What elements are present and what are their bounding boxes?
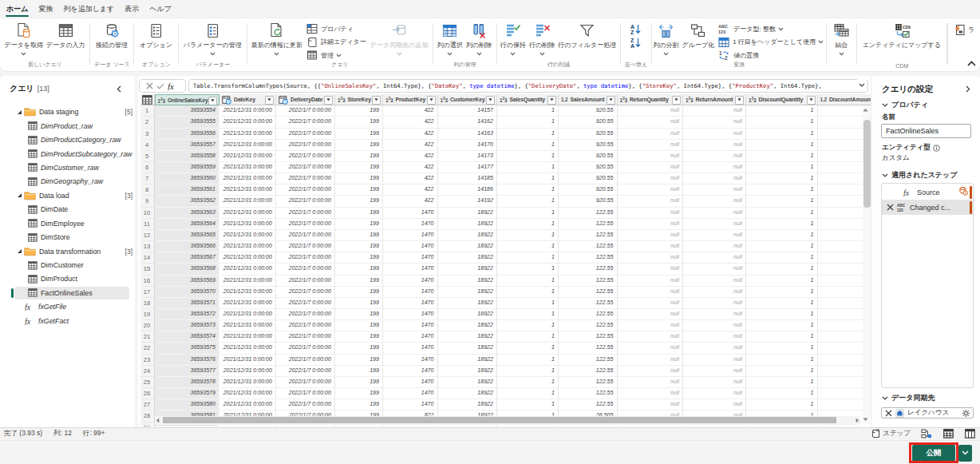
query-item-DimProduct[interactable]: DimProduct [0,272,135,286]
ribbon-button-filter-rows[interactable]: 行のフィルター処理 [556,21,618,50]
schema-view-button[interactable] [964,428,975,439]
column-header-DateKey[interactable]: DateKey [219,94,276,105]
tree-expand-icon[interactable] [17,192,22,198]
query-item-fxGetFact[interactable]: fxfxGetFact [0,314,135,327]
filter-button[interactable] [807,96,816,105]
query-item-DimCustomer[interactable]: DimCustomer [0,258,135,272]
query-item-DimProductCategory_raw[interactable]: DimProductCategory_raw [0,133,135,146]
menu-tab-1[interactable]: 変換 [38,0,53,18]
filter-button[interactable] [265,96,274,105]
filter-button[interactable] [547,96,556,105]
ribbon-button-sort-az[interactable]: AZ [630,24,642,34]
ribbon-button-enter-data[interactable]: データの入力 [45,21,87,50]
filter-button[interactable] [372,96,381,105]
filter-button[interactable] [486,96,495,105]
tree-expand-icon[interactable] [17,109,22,115]
publish-button[interactable]: 公開 [912,445,955,462]
horizontal-scrollbar[interactable] [155,416,861,425]
destination-section-header[interactable]: データ同期先 [882,393,935,403]
diagram-view-button[interactable] [921,428,932,439]
ribbon-button-map-to-entity[interactable]: CDMエンティティにマップする [861,21,942,50]
scroll-up-arrow[interactable] [863,108,871,112]
filter-button[interactable] [208,97,217,105]
filter-button[interactable] [672,96,681,105]
ribbon-button-get-data[interactable]: データを取得 [2,21,45,57]
column-header-CustomerKey[interactable]: 123CustomerKey [438,94,498,105]
query-item-DimEmployee[interactable]: DimEmployee [0,216,135,230]
applied-step-Source[interactable]: fxSource [882,184,973,200]
ribbon-button-data-type[interactable]: ABC123データ型: 整数 [718,22,824,36]
ribbon-button-combine[interactable]: 結合 [832,21,852,57]
remove-destination-icon[interactable] [885,410,892,417]
data-view-button[interactable] [942,428,954,439]
menu-tab-2[interactable]: 列を追加します [62,0,115,18]
formula-commit-icon[interactable] [156,83,164,89]
ribbon-button-properties[interactable]: プロパティ [306,22,366,36]
menu-tab-home[interactable]: ホーム [6,0,29,18]
filter-button[interactable] [427,96,436,105]
ribbon-button-options[interactable]: オプション [138,21,174,50]
menu-tab-3[interactable]: 表示 [124,0,140,18]
applied-step-Changedc[interactable]: ABC123Changed c... [882,200,973,215]
ribbon-button-keep-rows[interactable]: 行の保持 [499,21,528,57]
column-header-SalesAmount[interactable]: 1.2SalesAmount [559,94,618,105]
query-name-input[interactable]: FactOnlineSales [881,124,971,138]
ribbon-button-choose-columns[interactable]: 列の選択 [436,21,464,57]
scroll-right-arrow[interactable] [856,416,859,425]
column-header-ReturnAmount[interactable]: 123ReturnAmount [683,94,746,105]
properties-section-header[interactable]: プロパティ [882,100,928,110]
vertical-scroll-thumb[interactable] [863,120,871,208]
settings-panel-collapse-button[interactable] [963,84,973,93]
destination-settings-gear-icon[interactable] [962,409,970,418]
formula-input[interactable]: Table.TransformColumnTypes(Source, {{"On… [188,79,868,93]
publish-dropdown-button[interactable] [958,445,973,462]
filter-button[interactable] [607,96,615,105]
applied-steps-section-header[interactable]: 適用されたステップ [882,170,957,180]
formula-cancel-icon[interactable] [146,82,153,89]
query-item-fxGetFile[interactable]: fxfxGetFile [0,300,135,314]
column-header-ProductKey[interactable]: 123ProductKey [383,94,438,105]
query-item-DimStore[interactable]: DimStore [0,230,135,244]
ribbon-button-sort-za[interactable]: ZA [630,38,642,48]
query-item-DimDate[interactable]: DimDate [0,203,135,216]
source-settings-icon[interactable] [958,186,968,196]
ribbon-button-manage-connections[interactable]: 接続の管理 [94,21,129,50]
query-group-Data load[interactable]: Data load[3] [0,188,135,202]
query-item-DimGeography_raw[interactable]: DimGeography_raw [0,175,135,188]
query-group-Data transformation[interactable]: Data transformation[3] [0,244,135,258]
column-header-SalesQuantity[interactable]: 123SalesQuantity [497,94,559,105]
filter-button[interactable] [735,96,744,105]
ribbon-button-use-first-row[interactable]: 1 行目をヘッダーとして使用 [718,36,824,50]
filter-button[interactable] [324,96,333,105]
select-all-corner[interactable] [140,94,155,105]
horizontal-scroll-thumb[interactable] [163,417,837,423]
queries-panel-collapse-button[interactable] [114,82,124,95]
query-group-Data staging[interactable]: Data staging[5] [0,105,135,119]
query-item-FactOnlineSales[interactable]: FactOnlineSales [0,286,135,299]
tree-expand-icon[interactable] [17,248,22,254]
ribbon-button-manage-parameters[interactable]: パラメーターの管理 [182,21,243,57]
formula-expand-button[interactable] [857,79,867,91]
ribbon-collapse-button[interactable] [966,58,977,68]
ribbon-button-remove-rows[interactable]: 行の削除 [528,21,556,57]
column-header-DiscountQuantity[interactable]: 123DiscountQuantity [746,94,818,105]
column-header-StoreKey[interactable]: 123StoreKey [335,94,383,105]
ribbon-button-refresh[interactable]: 最新の情報に更新 [250,21,304,57]
delete-step-icon[interactable] [886,204,895,211]
ribbon-button-remove-columns[interactable]: 列の削除 [464,21,493,57]
data-destination-item[interactable]: レイクハウス [881,407,974,418]
ribbon-button-group-by[interactable]: グループ化 [681,21,717,50]
info-icon[interactable] [933,145,940,152]
query-item-DimProductSubcategory_raw[interactable]: DimProductSubcategory_raw [0,147,135,161]
vertical-scrollbar[interactable] [863,105,871,424]
query-item-DimCustomer_raw[interactable]: DimCustomer_raw [0,161,135,174]
menu-tab-4[interactable]: ヘルプ [148,0,172,18]
ribbon-button-split-column[interactable]: 列の分割 [651,21,680,57]
scroll-down-arrow[interactable] [863,418,871,422]
query-item-DimProduct_raw[interactable]: DimProduct_raw [0,119,135,133]
learning-button[interactable]: ラ [954,24,974,36]
column-header-DeliveryDate[interactable]: DeliveryDate [276,94,335,105]
steps-view-button[interactable]: ステップ [871,429,911,438]
scroll-left-arrow[interactable] [156,416,160,425]
column-header-ReturnQuantity[interactable]: 123ReturnQuantity [618,94,684,105]
